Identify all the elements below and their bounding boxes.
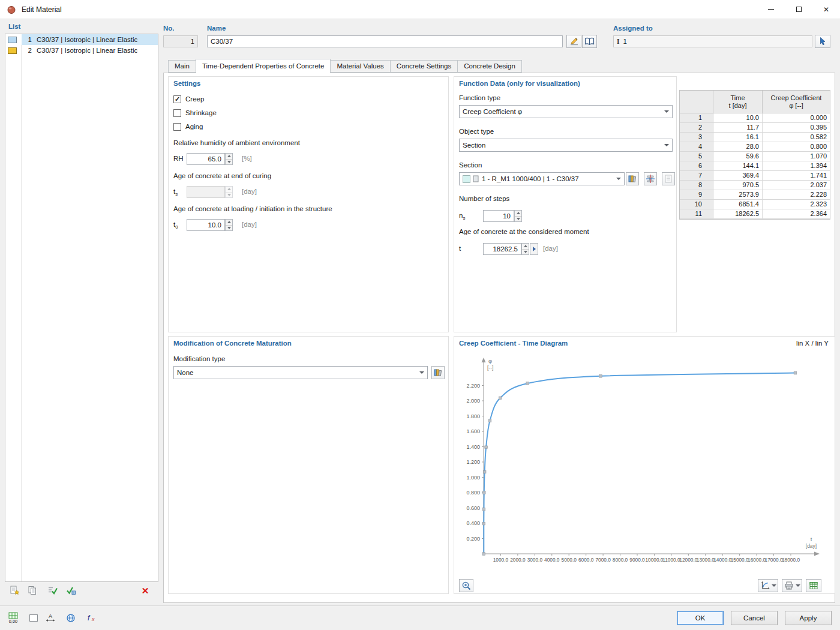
title-bar[interactable]: Edit Material ✕ <box>0 0 840 19</box>
cell-creep-coefficient[interactable]: 2.364 <box>763 209 830 218</box>
cell-row-number[interactable]: 9 <box>680 190 713 199</box>
formula-button[interactable]: fx <box>83 609 100 627</box>
spin-down-icon[interactable] <box>515 217 521 222</box>
edit-section-button[interactable] <box>644 172 657 185</box>
select-objects-button[interactable] <box>815 35 830 48</box>
cancel-button[interactable]: Cancel <box>731 611 778 625</box>
cell-row-number[interactable]: 1 <box>680 113 713 122</box>
table-row[interactable]: 1118262.52.364 <box>680 209 830 219</box>
table-row[interactable]: 110.00.000 <box>680 113 830 123</box>
cell-time[interactable]: 6851.4 <box>713 200 763 209</box>
material-name-field[interactable]: C30/37 <box>207 35 563 47</box>
spin-up-icon[interactable] <box>522 244 529 250</box>
cell-time[interactable]: 10.0 <box>713 113 763 122</box>
checkbox-label[interactable]: Shrinkage <box>185 109 217 116</box>
ok-button[interactable]: OK <box>677 611 724 625</box>
modification-type-dropdown[interactable]: None <box>173 366 428 379</box>
cell-time[interactable]: 16.1 <box>713 133 763 142</box>
loading-age-input[interactable]: 10.0 <box>187 219 225 231</box>
shrinkage-checkbox[interactable] <box>173 109 181 117</box>
table-row[interactable]: 106851.42.323 <box>680 200 830 209</box>
cell-time[interactable]: 970.5 <box>713 181 763 190</box>
table-row[interactable]: 7369.41.741 <box>680 171 830 181</box>
moment-age-input[interactable]: 18262.5 <box>483 243 521 255</box>
creep-time-chart[interactable]: 0.2000.4000.6000.8001.0001.2001.4001.600… <box>456 351 833 578</box>
cell-creep-coefficient[interactable]: 0.395 <box>763 123 830 132</box>
creep-checkbox[interactable]: ✓ <box>173 95 181 103</box>
cell-row-number[interactable]: 2 <box>680 123 713 132</box>
cell-row-number[interactable]: 5 <box>680 152 713 161</box>
cell-creep-coefficient[interactable]: 0.000 <box>763 113 830 122</box>
spin-down-icon[interactable] <box>226 226 232 231</box>
spin-up-icon[interactable] <box>515 211 521 217</box>
apply-button[interactable]: Apply <box>785 611 832 625</box>
table-row[interactable]: 428.00.800 <box>680 142 830 152</box>
diagram-settings-button[interactable] <box>758 579 778 592</box>
cell-creep-coefficient[interactable]: 2.323 <box>763 200 830 209</box>
function-type-dropdown[interactable]: Creep Coefficient φ <box>459 105 673 118</box>
table-row[interactable]: 211.70.395 <box>680 123 830 133</box>
table-row[interactable]: 8970.52.037 <box>680 181 830 190</box>
cell-time[interactable]: 59.6 <box>713 152 763 161</box>
maximize-button[interactable] <box>785 0 812 19</box>
spin-down-icon[interactable] <box>226 160 232 165</box>
zoom-button[interactable] <box>459 579 473 592</box>
dimension-button[interactable]: A <box>42 609 59 627</box>
cell-row-number[interactable]: 11 <box>680 209 713 218</box>
checkbox-label[interactable]: Creep <box>185 95 204 103</box>
tab-concrete-design[interactable]: Concrete Design <box>457 60 522 73</box>
cell-creep-coefficient[interactable]: 0.582 <box>763 133 830 142</box>
spin-up-icon[interactable] <box>226 154 232 160</box>
steps-input[interactable]: 10 <box>483 210 514 222</box>
spin-down-icon[interactable] <box>522 250 529 255</box>
cell-time[interactable]: 2573.9 <box>713 190 763 199</box>
steps-spinner[interactable] <box>514 210 522 222</box>
spin-up-icon[interactable] <box>226 220 232 226</box>
comment-button[interactable] <box>25 609 42 627</box>
rename-button[interactable] <box>566 35 581 48</box>
cell-time[interactable]: 18262.5 <box>713 209 763 218</box>
material-list[interactable]: 1C30/37 | Isotropic | Linear Elastic2C30… <box>5 34 158 582</box>
cell-creep-coefficient[interactable]: 2.037 <box>763 181 830 190</box>
cell-row-number[interactable]: 3 <box>680 133 713 142</box>
print-button[interactable] <box>782 579 802 592</box>
checkbox-label[interactable]: Aging <box>185 123 203 130</box>
tab-concrete-settings[interactable]: Concrete Settings <box>390 60 458 73</box>
section-library-button[interactable] <box>626 172 639 185</box>
library-button[interactable] <box>582 35 597 48</box>
cell-creep-coefficient[interactable]: 1.070 <box>763 152 830 161</box>
tab-main[interactable]: Main <box>168 60 196 73</box>
cell-creep-coefficient[interactable]: 1.394 <box>763 161 830 170</box>
aging-checkbox[interactable] <box>173 123 181 131</box>
material-list-item[interactable]: 1C30/37 | Isotropic | Linear Elastic <box>5 34 158 45</box>
new-material-button[interactable] <box>7 583 22 598</box>
tab-time-dependent-properties-of-concrete[interactable]: Time-Dependent Properties of Concrete <box>196 59 331 73</box>
step-forward-button[interactable] <box>530 243 538 255</box>
checkbox-row-creep[interactable]: ✓Creep <box>173 95 293 104</box>
validate-list-button[interactable] <box>46 583 60 598</box>
cell-creep-coefficient[interactable]: 2.228 <box>763 190 830 199</box>
humidity-input[interactable]: 65.0 <box>187 153 225 165</box>
cell-time[interactable]: 28.0 <box>713 142 763 151</box>
cell-row-number[interactable]: 6 <box>680 161 713 170</box>
delete-material-button[interactable]: ✕ <box>138 583 152 598</box>
table-row[interactable]: 6144.11.394 <box>680 161 830 171</box>
export-table-button[interactable] <box>806 579 821 592</box>
cell-row-number[interactable]: 10 <box>680 200 713 209</box>
units-button[interactable] <box>62 609 79 627</box>
cell-time[interactable]: 144.1 <box>713 161 763 170</box>
validate-settings-button[interactable] <box>64 583 78 598</box>
cell-time[interactable]: 369.4 <box>713 171 763 180</box>
cell-row-number[interactable]: 8 <box>680 181 713 190</box>
cell-creep-coefficient[interactable]: 1.741 <box>763 171 830 180</box>
snap-grid-button[interactable]: 0,00 <box>5 609 22 627</box>
moment-age-spinner[interactable] <box>521 243 529 255</box>
close-button[interactable]: ✕ <box>812 0 840 19</box>
object-type-dropdown[interactable]: Section <box>459 139 673 152</box>
section-dropdown[interactable]: 1 - R_M1 1000/400 | 1 - C30/37 <box>459 172 625 185</box>
humidity-spinner[interactable] <box>225 153 233 165</box>
material-list-item[interactable]: 2C30/37 | Isotropic | Linear Elastic <box>5 45 158 56</box>
checkbox-row-shrinkage[interactable]: Shrinkage <box>173 109 293 118</box>
table-row[interactable]: 559.61.070 <box>680 152 830 161</box>
tab-material-values[interactable]: Material Values <box>330 60 390 73</box>
